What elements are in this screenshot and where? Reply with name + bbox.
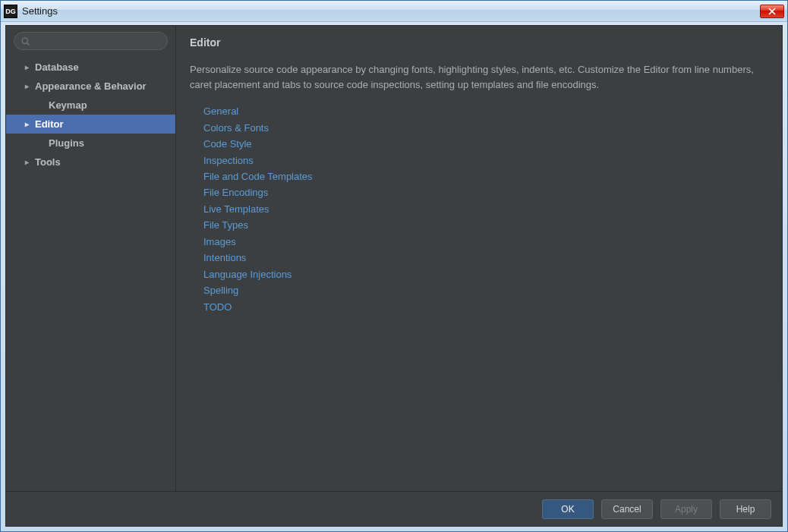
subpage-link-inspections[interactable]: Inspections	[203, 153, 768, 168]
chevron-right-icon: ▸	[23, 120, 30, 128]
content-panel: Editor Personalize source code appearanc…	[176, 26, 782, 491]
tree-item-label: Editor	[35, 118, 64, 130]
titlebar: DG Settings	[1, 1, 787, 22]
subpage-link-spelling[interactable]: Spelling	[203, 282, 768, 298]
help-button[interactable]: Help	[720, 499, 771, 519]
tree-item-label: Appearance & Behavior	[35, 80, 147, 92]
tree-item-label: Plugins	[49, 137, 84, 149]
subpage-link-file-encodings[interactable]: File Encodings	[203, 184, 768, 200]
close-button[interactable]	[760, 5, 784, 18]
close-icon	[768, 8, 776, 15]
search-field[interactable]	[14, 32, 168, 50]
tree-item-label: Tools	[35, 156, 61, 168]
settings-tree: ▸Database▸Appearance & BehaviorKeymap▸Ed…	[6, 58, 175, 491]
subpage-link-images[interactable]: Images	[203, 234, 768, 250]
apply-button[interactable]: Apply	[660, 499, 712, 519]
content-heading: Editor	[190, 36, 768, 49]
editor-subpage-links: GeneralColors & FontsCode StyleInspectio…	[190, 103, 768, 315]
tree-item-tools[interactable]: ▸Tools	[6, 153, 175, 172]
tree-item-editor[interactable]: ▸Editor	[6, 115, 175, 134]
subpage-link-file-types[interactable]: File Types	[203, 217, 768, 233]
subpage-link-intentions[interactable]: Intentions	[203, 250, 768, 266]
tree-item-plugins[interactable]: Plugins	[6, 134, 175, 153]
cancel-button[interactable]: Cancel	[601, 499, 653, 519]
app-icon: DG	[4, 5, 17, 18]
window-title: Settings	[22, 5, 760, 17]
dialog-body: ▸Database▸Appearance & BehaviorKeymap▸Ed…	[5, 25, 783, 527]
dialog-footer: OK Cancel Apply Help	[6, 491, 782, 526]
search-icon	[20, 36, 30, 46]
tree-item-appearance-behavior[interactable]: ▸Appearance & Behavior	[6, 77, 175, 96]
subpage-link-code-style[interactable]: Code Style	[203, 136, 768, 152]
sidebar: ▸Database▸Appearance & BehaviorKeymap▸Ed…	[6, 26, 176, 491]
search-wrap	[6, 32, 175, 58]
chevron-right-icon: ▸	[23, 63, 30, 71]
settings-window: DG Settings ▸Database▸Appe	[0, 0, 788, 532]
subpage-link-colors-fonts[interactable]: Colors & Fonts	[203, 120, 768, 136]
tree-item-label: Keymap	[49, 99, 87, 111]
subpage-link-file-and-code-templates[interactable]: File and Code Templates	[203, 168, 768, 184]
svg-point-0	[22, 38, 27, 43]
ok-button[interactable]: OK	[542, 499, 594, 519]
subpage-link-todo[interactable]: TODO	[203, 299, 768, 315]
tree-item-keymap[interactable]: Keymap	[6, 96, 175, 115]
subpage-link-language-injections[interactable]: Language Injections	[203, 266, 768, 282]
main-row: ▸Database▸Appearance & BehaviorKeymap▸Ed…	[6, 26, 782, 491]
search-input[interactable]	[35, 36, 161, 46]
chevron-right-icon: ▸	[23, 158, 30, 166]
tree-item-label: Database	[35, 61, 79, 73]
chevron-right-icon: ▸	[23, 82, 30, 90]
subpage-link-general[interactable]: General	[203, 103, 768, 119]
tree-item-database[interactable]: ▸Database	[6, 58, 175, 77]
subpage-link-live-templates[interactable]: Live Templates	[203, 201, 768, 217]
content-description: Personalize source code appearance by ch…	[190, 62, 768, 93]
svg-line-1	[27, 42, 30, 45]
